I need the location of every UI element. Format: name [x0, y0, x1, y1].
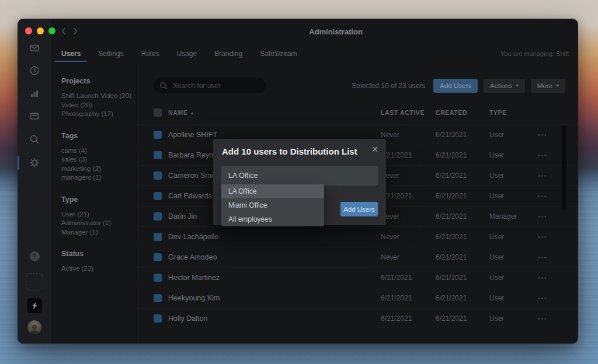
modal-add-users-button[interactable]: Add Users	[340, 202, 378, 216]
select-option[interactable]: All employees	[221, 212, 324, 226]
zoom-window-button[interactable]	[48, 27, 55, 34]
app-window: ? Administration UsersSettingsRolesUsage…	[18, 19, 578, 344]
minimize-window-button[interactable]	[37, 27, 44, 34]
select-options-menu: LA OfficeMiami OfficeAll employees	[221, 184, 324, 226]
select-option[interactable]: LA Office	[221, 184, 324, 198]
modal-title: Add 10 users to Distribution List	[222, 146, 357, 156]
window-controls	[25, 27, 55, 34]
distribution-list-modal: Add 10 users to Distribution List ✕ LA O…	[213, 139, 386, 225]
close-window-button[interactable]	[25, 27, 32, 34]
distribution-list-select[interactable]: LA Office	[221, 166, 378, 186]
close-icon[interactable]: ✕	[371, 145, 378, 154]
select-value: LA Office	[228, 172, 258, 180]
select-option[interactable]: Miami Office	[221, 198, 324, 212]
